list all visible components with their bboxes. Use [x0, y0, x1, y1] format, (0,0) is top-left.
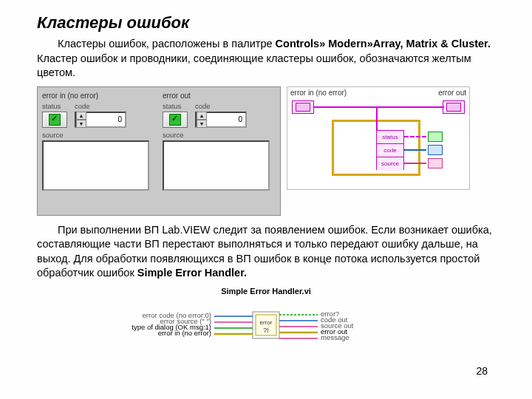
code-wire	[404, 149, 426, 151]
handler-diagram: error ?! error code (no error:0) error s…	[126, 299, 406, 358]
bottom-figure: Simple Error Handler.vi error ?! error c…	[118, 287, 414, 358]
check-icon	[169, 114, 181, 126]
l4: error in (no error)	[158, 329, 211, 337]
source-wire	[404, 163, 426, 164]
status-indicator-2	[163, 112, 188, 128]
wire-vertical	[376, 106, 378, 132]
bottom-title: Simple Error Handler.vi	[118, 287, 414, 296]
source-label-2: source	[163, 131, 276, 139]
error-in-terminal[interactable]	[292, 100, 314, 114]
bd-in-label: error in (no error)	[290, 89, 347, 97]
code-value-2: 0	[207, 115, 245, 123]
status-term[interactable]	[428, 132, 443, 142]
error-in-group: error in (no error) status code ▲▼ 0 sou…	[42, 92, 155, 211]
error-in-title: error in (no error)	[42, 92, 155, 100]
error-wire	[314, 106, 444, 108]
source-output	[163, 140, 270, 191]
status-label: status	[42, 102, 67, 110]
code-term[interactable]	[428, 145, 443, 155]
status-label-2: status	[163, 102, 188, 110]
paragraph-1: Кластеры ошибок, расположены в палитре C…	[37, 37, 495, 81]
code-output: ▲▼ 0	[195, 112, 247, 128]
r5: message	[321, 333, 349, 341]
figure-row: error in (no error) status code ▲▼ 0 sou…	[37, 86, 495, 216]
code-label-2: code	[195, 102, 247, 110]
source-label: source	[42, 131, 155, 139]
status-indicator[interactable]	[42, 112, 67, 128]
status-wire	[404, 136, 426, 137]
source-textarea[interactable]	[42, 140, 149, 191]
front-panel: error in (no error) status code ▲▼ 0 sou…	[37, 86, 281, 216]
svg-text:?!: ?!	[263, 327, 269, 334]
code-label: code	[75, 102, 126, 110]
block-diagram: error in (no error) error out status cod…	[287, 86, 470, 190]
spinner-icon[interactable]: ▲▼	[76, 112, 86, 128]
unbundle-status: status	[377, 131, 403, 144]
bd-out-label: error out	[438, 89, 466, 97]
error-out-title: error out	[163, 92, 276, 100]
page-title: Кластеры ошибок	[37, 13, 495, 33]
unbundle-source: source	[377, 157, 403, 171]
code-input[interactable]: ▲▼ 0	[75, 112, 126, 128]
source-term[interactable]	[428, 158, 443, 168]
paragraph-2: При выполнении ВП Lab.VIEW следит за поя…	[37, 223, 495, 281]
unbundle-node[interactable]: status code source	[376, 130, 404, 170]
unbundle-code: code	[377, 144, 403, 157]
spinner-icon: ▲▼	[197, 112, 207, 128]
check-icon	[49, 114, 61, 126]
svg-text:error: error	[260, 319, 273, 326]
error-out-group: error out status code ▲▼ 0 source	[163, 92, 276, 211]
error-out-terminal[interactable]	[443, 100, 465, 114]
code-value: 0	[86, 115, 125, 123]
page-number: 28	[476, 365, 488, 377]
